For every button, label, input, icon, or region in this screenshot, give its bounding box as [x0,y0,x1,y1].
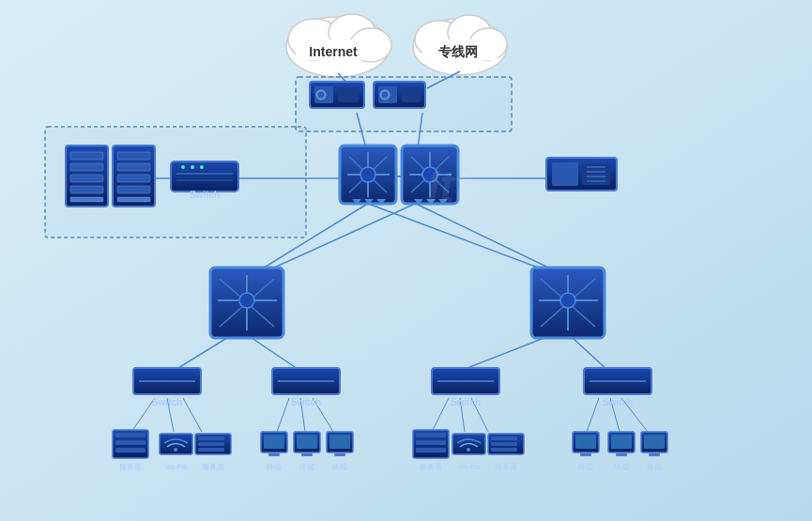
svg-point-69 [239,293,254,308]
svg-rect-93 [198,448,224,452]
svg-rect-102 [334,453,345,456]
svg-rect-87 [115,448,146,452]
svg-rect-12 [70,152,103,160]
svg-rect-19 [117,163,150,171]
svg-rect-105 [416,440,446,445]
svg-rect-20 [117,175,150,182]
wifi-label-br: Wi-Fi6 [458,463,481,471]
private-net-label: 专线网 [438,44,478,59]
pc-label-bm2: 终端 [299,463,314,471]
core-switch-1 [340,146,396,205]
firewall-right [374,82,425,108]
svg-point-89 [174,448,177,452]
svg-rect-13 [70,163,103,171]
server-label-bl3: 服务器 [202,463,224,471]
wifi-label-bl: Wi-Fi6 [165,463,188,471]
server-label-br1: 服务器 [420,463,442,471]
svg-point-108 [467,448,470,452]
svg-rect-91 [198,437,224,440]
svg-rect-95 [264,435,284,449]
svg-rect-85 [115,433,146,437]
svg-rect-59 [582,163,610,185]
switch-br-label: Switch [451,397,481,407]
svg-point-33 [318,92,324,98]
svg-rect-98 [297,435,317,449]
firewall-left [310,82,364,108]
switch-bm-label: Switch [291,397,321,407]
svg-rect-15 [70,186,103,193]
switch-label-left: Switch [190,190,220,200]
svg-rect-118 [616,453,627,456]
svg-rect-114 [575,435,596,449]
server-rack-1 [66,146,108,207]
pc-label-brr3: 终端 [647,463,662,471]
pc-label-brr2: 终端 [614,463,629,471]
switch-bl-label: Switch [152,397,182,407]
pc-label-bm3: 终端 [332,463,347,471]
svg-rect-121 [649,453,660,456]
svg-rect-21 [117,186,150,193]
svg-rect-92 [198,442,224,446]
svg-rect-111 [491,442,517,446]
svg-rect-106 [416,448,446,452]
server-label-br3: 服务器 [495,463,517,471]
svg-point-25 [181,165,185,169]
svg-rect-58 [552,162,578,186]
svg-point-44 [360,167,375,182]
svg-rect-86 [115,440,146,445]
switch-brr-label: Switch [603,397,633,407]
svg-rect-14 [70,175,103,182]
svg-rect-99 [301,453,313,456]
svg-rect-117 [611,435,632,449]
right-router [546,158,617,191]
svg-rect-18 [117,152,150,160]
server-label-bl1: 服务器 [119,463,142,471]
svg-rect-36 [402,87,421,102]
watermark-text: Itt [427,161,471,211]
svg-rect-110 [491,437,517,440]
svg-rect-112 [491,448,517,452]
pc-label-bm1: 终端 [267,463,282,471]
pc-label-brr1: 终端 [578,463,593,471]
svg-rect-23 [171,161,238,192]
svg-rect-16 [70,197,103,202]
svg-rect-101 [329,435,350,449]
svg-point-75 [560,293,575,308]
svg-point-26 [191,165,194,169]
svg-rect-31 [338,87,359,102]
svg-rect-120 [644,435,665,449]
svg-rect-115 [580,453,591,456]
svg-rect-104 [416,433,446,437]
svg-point-38 [382,92,388,98]
dist-switch-right [531,268,605,338]
server-rack-2 [113,146,155,207]
dist-switch-left [210,268,283,338]
svg-point-27 [200,165,204,169]
internet-label: Internet [309,44,358,59]
svg-rect-96 [268,453,280,456]
svg-rect-22 [117,197,150,202]
